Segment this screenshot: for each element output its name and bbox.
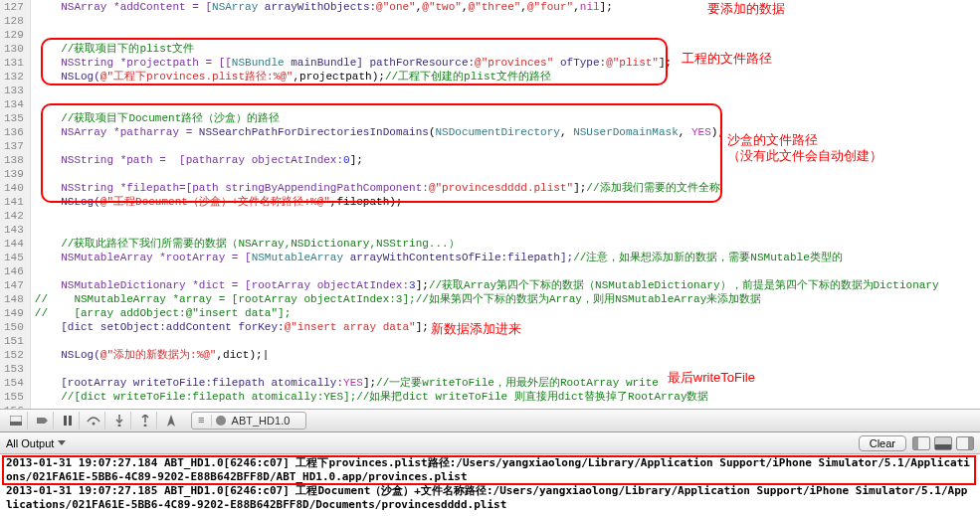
- line-number: 127: [4, 0, 24, 14]
- line-number: 133: [4, 84, 24, 97]
- line-number: 143: [4, 223, 24, 237]
- line-number: 139: [4, 167, 24, 181]
- line-number: 141: [4, 195, 24, 209]
- output-filter-dropdown[interactable]: All Output: [6, 437, 66, 449]
- line-number: 149: [4, 306, 24, 320]
- debug-toolbar: ≡ ABT_HD1.0: [0, 409, 980, 432]
- location-button[interactable]: [159, 412, 183, 430]
- code-area[interactable]: 要添加的数据 工程的文件路径 沙盒的文件路径 （没有此文件会自动创建） 新数据添…: [31, 0, 980, 409]
- process-icon: [216, 416, 226, 426]
- line-number: 152: [4, 348, 24, 362]
- line-number: 137: [4, 139, 24, 153]
- line-number: 147: [4, 278, 24, 292]
- console-line: 2013-01-31 19:07:27.184 ABT_HD1.0[6246:c…: [6, 456, 974, 484]
- scheme-selector[interactable]: ≡ ABT_HD1.0: [191, 412, 306, 430]
- annotation-new-data: 新数据添加进来: [431, 320, 521, 338]
- svg-point-4: [92, 423, 95, 426]
- line-number: 148: [4, 292, 24, 306]
- annotation-project-path: 工程的文件路径: [682, 50, 772, 68]
- step-into-button[interactable]: [107, 412, 131, 430]
- line-number: 151: [4, 334, 24, 348]
- annotation-sandbox-path2: （没有此文件会自动创建）: [727, 147, 882, 165]
- line-number: 145: [4, 251, 24, 264]
- annotation-add-data: 要添加的数据: [707, 0, 785, 18]
- line-number: 146: [4, 264, 24, 278]
- code-editor[interactable]: 1271281291301311321331341351361371381391…: [0, 0, 980, 409]
- hide-debug-area-button[interactable]: [4, 412, 28, 430]
- breakpoints-button[interactable]: [30, 412, 54, 430]
- svg-rect-1: [10, 422, 22, 426]
- line-number: 132: [4, 70, 24, 84]
- line-number: 130: [4, 42, 24, 56]
- scheme-name-label: ABT_HD1.0: [230, 415, 306, 427]
- line-number: 131: [4, 56, 24, 70]
- pause-button[interactable]: [56, 412, 80, 430]
- line-number: 154: [4, 376, 24, 390]
- step-out-button[interactable]: [133, 412, 157, 430]
- thread-indicator-icon: ≡: [192, 415, 212, 427]
- line-number: 142: [4, 209, 24, 223]
- line-number: 155: [4, 390, 24, 404]
- line-number: 134: [4, 97, 24, 111]
- line-number: 144: [4, 237, 24, 251]
- line-number: 138: [4, 153, 24, 167]
- line-number: 150: [4, 320, 24, 334]
- line-number: 135: [4, 111, 24, 125]
- chevron-down-icon: [58, 440, 66, 445]
- line-numbers: 1271281291301311321331341351361371381391…: [0, 0, 31, 409]
- console-line: 2013-01-31 19:07:27.185 ABT_HD1.0[6246:c…: [6, 484, 974, 512]
- svg-rect-3: [69, 416, 72, 426]
- output-filter-label: All Output: [6, 437, 54, 449]
- annotation-writetofile: 最后writeToFile: [668, 369, 755, 387]
- line-number: 136: [4, 125, 24, 139]
- svg-rect-2: [64, 416, 67, 426]
- clear-console-button[interactable]: Clear: [859, 435, 906, 451]
- console-view-toggle[interactable]: [934, 436, 952, 450]
- line-number: 153: [4, 362, 24, 376]
- line-number: 129: [4, 28, 24, 42]
- step-over-button[interactable]: [82, 412, 105, 430]
- svg-point-8: [143, 425, 146, 428]
- console-filter-bar: All Output Clear: [0, 432, 980, 454]
- console-output[interactable]: 2013-01-31 19:07:27.184 ABT_HD1.0[6246:c…: [0, 454, 980, 516]
- line-number: 140: [4, 181, 24, 195]
- line-number: 128: [4, 14, 24, 28]
- variables-view-toggle[interactable]: [912, 436, 930, 450]
- right-panel-toggle[interactable]: [956, 436, 974, 450]
- svg-point-6: [117, 425, 120, 428]
